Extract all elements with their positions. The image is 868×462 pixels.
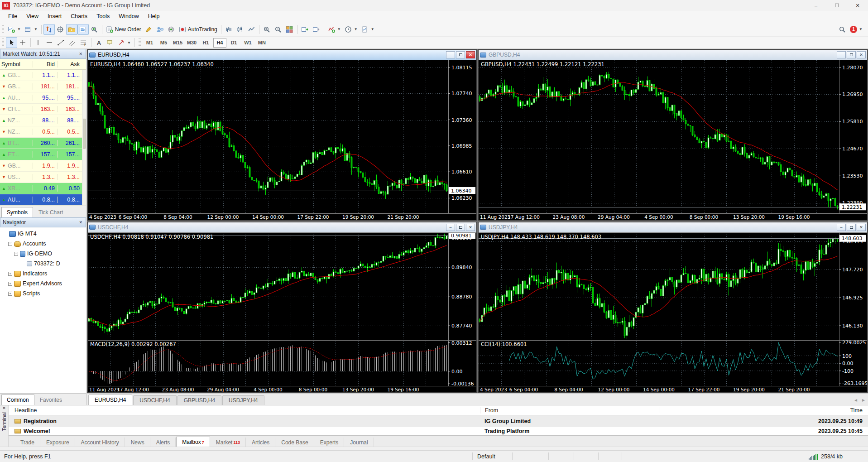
templates-button[interactable]: ▼ — [360, 24, 376, 35]
menu-charts[interactable]: Charts — [66, 12, 92, 21]
terminal-button[interactable] — [77, 24, 89, 35]
menu-window[interactable]: Window — [114, 12, 143, 21]
chart-window-titlebar[interactable]: USDJPY,H4–✕ — [479, 222, 867, 232]
chart-close-button[interactable]: ✕ — [466, 51, 475, 58]
chart-tab-usdjpy-h4[interactable]: USDJPY,H4 — [222, 395, 264, 405]
chart-maximize-button[interactable] — [456, 51, 465, 58]
chart-window-usdchf[interactable]: USDCHF,H4–✕0.909000.898400.887800.877400… — [87, 222, 477, 393]
market-watch-row-nz[interactable]: ▼NZ...0.5...0.5... — [0, 126, 86, 138]
chart-canvas-usdjpy[interactable]: 148.515147.720146.925146.130148.603USDJP… — [479, 233, 867, 393]
tester-button[interactable] — [89, 24, 100, 35]
market-watch-row-au[interactable]: ▲AU...0.8...0.8... — [0, 194, 86, 206]
terminal-tab-market[interactable]: Market113 — [211, 438, 246, 447]
profiles-button[interactable]: ▼ — [23, 24, 39, 35]
market-watch-row-au[interactable]: ▲AU...95....95.... — [0, 92, 86, 104]
search-button[interactable] — [837, 24, 848, 35]
timeframe-h1-button[interactable]: H1 — [199, 38, 212, 48]
fibonacci-button[interactable]: F — [78, 37, 89, 48]
menu-tools[interactable]: Tools — [92, 12, 114, 21]
expand-icon[interactable]: + — [8, 272, 12, 276]
expand-icon[interactable]: + — [8, 282, 12, 286]
column-header-symbol[interactable]: Symbol — [0, 61, 33, 67]
autotrading-button[interactable]: AutoTrading — [177, 24, 219, 35]
timeframe-w1-button[interactable]: W1 — [241, 38, 254, 48]
cursor-button[interactable] — [6, 37, 17, 48]
chart-plot-area-usdchf[interactable]: 0.909000.898400.887800.877400.90981USDCH… — [88, 232, 476, 393]
chart-close-button[interactable]: ✕ — [466, 224, 475, 231]
community-button[interactable] — [154, 24, 166, 35]
navigator-item-703372-d[interactable]: 703372: D — [0, 259, 86, 269]
market-watch-button[interactable] — [43, 24, 55, 35]
notifications-button[interactable]: 1▼ — [848, 24, 864, 35]
chart-maximize-button[interactable] — [847, 51, 856, 58]
terminal-tab-articles[interactable]: Articles — [246, 438, 275, 447]
navigator-item-expert-advisors[interactable]: +Expert Advisors — [0, 279, 86, 289]
terminal-row-registration[interactable]: RegistrationIG Group Limited2023.09.25 1… — [9, 415, 868, 427]
chart-canvas-usdchf[interactable]: 0.909000.898400.887800.877400.90981USDCH… — [88, 233, 476, 393]
timeframe-m30-button[interactable]: M30 — [185, 38, 198, 48]
column-header-headline[interactable]: Headline — [9, 407, 480, 414]
tile-windows-button[interactable] — [284, 24, 295, 35]
window-minimize-button[interactable]: – — [806, 0, 826, 11]
toolbar-grip[interactable] — [2, 38, 4, 47]
column-header-ask[interactable]: Ask — [58, 61, 82, 67]
market-watch-row-us[interactable]: ▼US...1.3...1.3... — [0, 172, 86, 183]
chart-minimize-button[interactable]: – — [837, 51, 846, 58]
market-watch-row-xr[interactable]: ▲XR...0.490.50 — [0, 183, 86, 194]
toolbar-grip[interactable] — [2, 25, 4, 34]
scroll-right-icon[interactable]: ▸ — [860, 397, 867, 403]
hline-button[interactable] — [44, 37, 55, 48]
zoom-in-button[interactable] — [261, 24, 273, 35]
chart-plot-area-eurusd[interactable]: 1.081151.077401.073601.069851.066101.062… — [88, 60, 476, 220]
timeframe-h4-button[interactable]: H4 — [213, 38, 226, 48]
chart-window-usdjpy[interactable]: USDJPY,H4–✕148.515147.720146.925146.1301… — [478, 222, 868, 393]
vline-button[interactable] — [33, 37, 44, 48]
chart-tab-gbpusd-h4[interactable]: GBPUSD,H4 — [177, 395, 221, 405]
terminal-tab-exposure[interactable]: Exposure — [41, 438, 75, 447]
bars-button[interactable] — [223, 24, 235, 35]
menu-help[interactable]: Help — [144, 12, 164, 21]
chart-plot-area-usdjpy[interactable]: 148.515147.720146.925146.130148.603USDJP… — [479, 232, 867, 393]
window-close-button[interactable]: ✕ — [847, 0, 868, 11]
market-watch-row-bt[interactable]: ▲BT...260...261... — [0, 138, 86, 149]
chart-tab-eurusd-h4[interactable]: EURUSD,H4 — [88, 395, 132, 405]
terminal-tab-mailbox[interactable]: Mailbox7 — [176, 437, 210, 447]
market-watch-scrollbar[interactable] — [82, 70, 86, 206]
chart-maximize-button[interactable] — [847, 224, 856, 231]
window-maximize-button[interactable] — [826, 0, 847, 11]
chart-shift-button[interactable] — [311, 24, 322, 35]
navigator-item-ig-mt4[interactable]: IG MT4 — [0, 229, 86, 239]
column-header-bid[interactable]: Bid — [33, 61, 58, 67]
metaeditor-button[interactable] — [143, 24, 154, 35]
chart-minimize-button[interactable]: – — [446, 224, 455, 231]
timeframe-m15-button[interactable]: M15 — [171, 38, 184, 48]
candles-button[interactable] — [235, 24, 246, 35]
chart-minimize-button[interactable]: – — [446, 51, 455, 58]
timeframe-mn-button[interactable]: MN — [255, 38, 269, 48]
zoom-out-button[interactable] — [273, 24, 284, 35]
tab-favorites[interactable]: Favorites — [35, 395, 67, 405]
toolbar-grip[interactable] — [139, 38, 141, 47]
menu-file[interactable]: File — [4, 12, 22, 21]
chart-canvas-eurusd[interactable]: 1.081151.077401.073601.069851.066101.062… — [88, 60, 476, 220]
terminal-tab-account-history[interactable]: Account History — [76, 438, 125, 447]
tab-symbols[interactable]: Symbols — [1, 207, 33, 217]
data-window-button[interactable] — [55, 24, 66, 35]
expand-icon[interactable]: + — [8, 292, 12, 296]
column-header-time[interactable]: Time — [660, 407, 868, 414]
indicators-button[interactable]: ▼ — [326, 24, 343, 35]
chart-window-titlebar[interactable]: EURUSD,H4–✕ — [88, 50, 476, 60]
globe-button[interactable] — [166, 24, 177, 35]
terminal-tab-code-base[interactable]: Code Base — [276, 438, 314, 447]
line-chart-button[interactable] — [246, 24, 257, 35]
shapes-button[interactable]: ▼ — [116, 37, 133, 48]
close-icon[interactable]: ✕ — [78, 220, 83, 225]
scrollbar-thumb[interactable] — [83, 119, 86, 149]
chart-minimize-button[interactable]: – — [837, 224, 846, 231]
chart-window-eurusd[interactable]: EURUSD,H4–✕1.081151.077401.073601.069851… — [87, 49, 477, 221]
periods-button[interactable]: ▼ — [343, 24, 360, 35]
terminal-tab-trade[interactable]: Trade — [15, 438, 40, 447]
market-watch-header[interactable]: Market Watch: 10:51:21 ✕ — [0, 49, 86, 59]
chart-canvas-gbpusd[interactable]: 1.280701.269501.258101.246701.235301.223… — [479, 60, 867, 220]
navigator-header[interactable]: Navigator ✕ — [0, 217, 86, 227]
